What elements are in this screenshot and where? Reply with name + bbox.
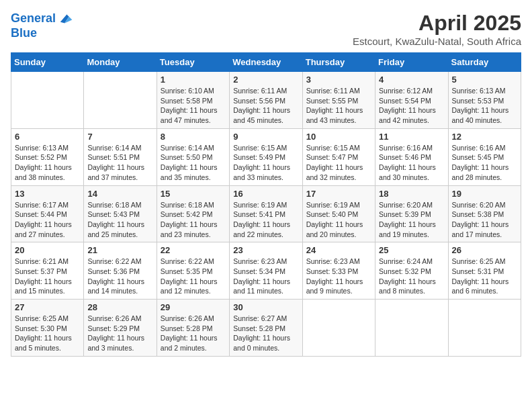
- table-row: 15 Sunrise: 6:18 AMSunset: 5:42 PMDaylig…: [157, 185, 229, 242]
- day-number: 16: [233, 189, 298, 199]
- day-number: 27: [15, 302, 80, 312]
- day-number: 12: [452, 132, 517, 142]
- table-row: 18 Sunrise: 6:20 AMSunset: 5:39 PMDaylig…: [375, 185, 448, 242]
- table-row: [375, 300, 448, 357]
- day-detail: Sunrise: 6:20 AMSunset: 5:38 PMDaylight:…: [452, 201, 509, 238]
- day-detail: Sunrise: 6:23 AMSunset: 5:33 PMDaylight:…: [306, 257, 363, 295]
- day-detail: Sunrise: 6:21 AMSunset: 5:37 PMDaylight:…: [15, 257, 72, 295]
- table-row: 29 Sunrise: 6:26 AMSunset: 5:28 PMDaylig…: [157, 300, 229, 357]
- day-number: 20: [15, 245, 80, 255]
- day-number: 24: [306, 245, 371, 255]
- day-detail: Sunrise: 6:16 AMSunset: 5:45 PMDaylight:…: [452, 144, 509, 181]
- day-detail: Sunrise: 6:27 AMSunset: 5:28 PMDaylight:…: [233, 314, 290, 352]
- calendar-week-5: 27 Sunrise: 6:25 AMSunset: 5:30 PMDaylig…: [11, 300, 521, 357]
- table-row: 21 Sunrise: 6:22 AMSunset: 5:36 PMDaylig…: [84, 242, 157, 300]
- day-detail: Sunrise: 6:15 AMSunset: 5:49 PMDaylight:…: [233, 144, 290, 181]
- day-detail: Sunrise: 6:20 AMSunset: 5:39 PMDaylight:…: [379, 201, 436, 238]
- table-row: [302, 300, 375, 357]
- day-number: 13: [15, 189, 80, 199]
- day-detail: Sunrise: 6:11 AMSunset: 5:55 PMDaylight:…: [306, 87, 363, 124]
- day-detail: Sunrise: 6:12 AMSunset: 5:54 PMDaylight:…: [379, 87, 436, 124]
- table-row: 27 Sunrise: 6:25 AMSunset: 5:30 PMDaylig…: [11, 300, 84, 357]
- day-detail: Sunrise: 6:26 AMSunset: 5:28 PMDaylight:…: [161, 314, 218, 352]
- table-row: 20 Sunrise: 6:21 AMSunset: 5:37 PMDaylig…: [11, 242, 84, 300]
- day-number: 25: [379, 245, 444, 255]
- day-number: 22: [161, 245, 226, 255]
- table-row: 8 Sunrise: 6:14 AMSunset: 5:50 PMDayligh…: [157, 128, 229, 185]
- day-detail: Sunrise: 6:16 AMSunset: 5:46 PMDaylight:…: [379, 144, 436, 181]
- day-detail: Sunrise: 6:14 AMSunset: 5:50 PMDaylight:…: [161, 144, 218, 181]
- table-row: 13 Sunrise: 6:17 AMSunset: 5:44 PMDaylig…: [11, 185, 84, 242]
- day-number: 19: [452, 189, 517, 199]
- table-row: 2 Sunrise: 6:11 AMSunset: 5:56 PMDayligh…: [230, 72, 302, 129]
- day-number: 2: [233, 75, 298, 85]
- logo-text: General: [11, 12, 56, 26]
- day-detail: Sunrise: 6:19 AMSunset: 5:40 PMDaylight:…: [306, 201, 363, 238]
- table-row: 25 Sunrise: 6:24 AMSunset: 5:32 PMDaylig…: [375, 242, 448, 300]
- table-row: [11, 72, 84, 129]
- day-number: 14: [87, 189, 152, 199]
- day-detail: Sunrise: 6:18 AMSunset: 5:42 PMDaylight:…: [161, 201, 218, 238]
- logo-icon: [57, 11, 73, 27]
- table-row: 3 Sunrise: 6:11 AMSunset: 5:55 PMDayligh…: [302, 72, 375, 129]
- table-row: 7 Sunrise: 6:14 AMSunset: 5:51 PMDayligh…: [84, 128, 157, 185]
- day-number: 4: [379, 75, 444, 85]
- col-header-tuesday: Tuesday: [157, 53, 229, 72]
- table-row: [84, 72, 157, 129]
- day-number: 15: [161, 189, 226, 199]
- col-header-wednesday: Wednesday: [230, 53, 302, 72]
- table-row: 17 Sunrise: 6:19 AMSunset: 5:40 PMDaylig…: [302, 185, 375, 242]
- calendar-week-4: 20 Sunrise: 6:21 AMSunset: 5:37 PMDaylig…: [11, 242, 521, 300]
- col-header-friday: Friday: [375, 53, 448, 72]
- day-detail: Sunrise: 6:14 AMSunset: 5:51 PMDaylight:…: [87, 144, 144, 181]
- day-detail: Sunrise: 6:26 AMSunset: 5:29 PMDaylight:…: [87, 314, 144, 352]
- table-row: 19 Sunrise: 6:20 AMSunset: 5:38 PMDaylig…: [448, 185, 521, 242]
- col-header-saturday: Saturday: [448, 53, 521, 72]
- table-row: 16 Sunrise: 6:19 AMSunset: 5:41 PMDaylig…: [230, 185, 302, 242]
- day-detail: Sunrise: 6:22 AMSunset: 5:35 PMDaylight:…: [161, 257, 218, 295]
- day-detail: Sunrise: 6:22 AMSunset: 5:36 PMDaylight:…: [87, 257, 144, 295]
- day-detail: Sunrise: 6:25 AMSunset: 5:30 PMDaylight:…: [15, 314, 72, 352]
- table-row: 11 Sunrise: 6:16 AMSunset: 5:46 PMDaylig…: [375, 128, 448, 185]
- day-number: 5: [452, 75, 517, 85]
- day-number: 30: [233, 302, 298, 312]
- table-row: 12 Sunrise: 6:16 AMSunset: 5:45 PMDaylig…: [448, 128, 521, 185]
- day-detail: Sunrise: 6:15 AMSunset: 5:47 PMDaylight:…: [306, 144, 363, 181]
- day-detail: Sunrise: 6:13 AMSunset: 5:52 PMDaylight:…: [15, 144, 72, 181]
- day-number: 10: [306, 132, 371, 142]
- day-detail: Sunrise: 6:11 AMSunset: 5:56 PMDaylight:…: [233, 87, 290, 124]
- table-row: 1 Sunrise: 6:10 AMSunset: 5:58 PMDayligh…: [157, 72, 229, 129]
- table-row: 30 Sunrise: 6:27 AMSunset: 5:28 PMDaylig…: [230, 300, 302, 357]
- day-number: 18: [379, 189, 444, 199]
- day-detail: Sunrise: 6:10 AMSunset: 5:58 PMDaylight:…: [161, 87, 218, 124]
- table-row: 10 Sunrise: 6:15 AMSunset: 5:47 PMDaylig…: [302, 128, 375, 185]
- day-detail: Sunrise: 6:17 AMSunset: 5:44 PMDaylight:…: [15, 201, 72, 238]
- page-header: General Blue April 2025 Estcourt, KwaZul…: [11, 11, 521, 47]
- day-number: 8: [161, 132, 226, 142]
- table-row: [448, 300, 521, 357]
- day-number: 11: [379, 132, 444, 142]
- main-title: April 2025: [353, 11, 521, 36]
- table-row: 14 Sunrise: 6:18 AMSunset: 5:43 PMDaylig…: [84, 185, 157, 242]
- day-detail: Sunrise: 6:19 AMSunset: 5:41 PMDaylight:…: [233, 201, 290, 238]
- day-number: 29: [161, 302, 226, 312]
- calendar-table: SundayMondayTuesdayWednesdayThursdayFrid…: [11, 52, 521, 357]
- day-number: 23: [233, 245, 298, 255]
- day-number: 3: [306, 75, 371, 85]
- calendar-week-1: 1 Sunrise: 6:10 AMSunset: 5:58 PMDayligh…: [11, 72, 521, 129]
- day-detail: Sunrise: 6:25 AMSunset: 5:31 PMDaylight:…: [452, 257, 509, 295]
- day-number: 28: [87, 302, 152, 312]
- table-row: 6 Sunrise: 6:13 AMSunset: 5:52 PMDayligh…: [11, 128, 84, 185]
- day-detail: Sunrise: 6:23 AMSunset: 5:34 PMDaylight:…: [233, 257, 290, 295]
- day-detail: Sunrise: 6:13 AMSunset: 5:53 PMDaylight:…: [452, 87, 509, 124]
- day-detail: Sunrise: 6:18 AMSunset: 5:43 PMDaylight:…: [87, 201, 144, 238]
- table-row: 26 Sunrise: 6:25 AMSunset: 5:31 PMDaylig…: [448, 242, 521, 300]
- subtitle: Estcourt, KwaZulu-Natal, South Africa: [353, 36, 521, 47]
- col-header-sunday: Sunday: [11, 53, 84, 72]
- table-row: 23 Sunrise: 6:23 AMSunset: 5:34 PMDaylig…: [230, 242, 302, 300]
- day-detail: Sunrise: 6:24 AMSunset: 5:32 PMDaylight:…: [379, 257, 436, 295]
- day-number: 21: [87, 245, 152, 255]
- calendar-week-2: 6 Sunrise: 6:13 AMSunset: 5:52 PMDayligh…: [11, 128, 521, 185]
- day-number: 9: [233, 132, 298, 142]
- table-row: 9 Sunrise: 6:15 AMSunset: 5:49 PMDayligh…: [230, 128, 302, 185]
